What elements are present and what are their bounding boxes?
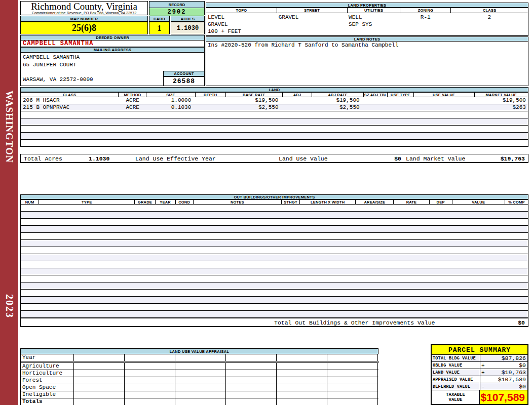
- district-label: WASHINGTON: [0, 80, 18, 174]
- lu-cell: [125, 363, 175, 370]
- utilities-value: WELL SEP SYS: [347, 13, 400, 35]
- lu-cell: [175, 377, 226, 384]
- col-notes: NOTES: [194, 199, 282, 205]
- ps-value: $87,826: [488, 355, 527, 361]
- land-table-title: LAND: [20, 87, 528, 92]
- col-value: VALUE: [452, 199, 505, 205]
- land-empty-row: [21, 133, 528, 140]
- col-base-rate: BASE RATE: [226, 92, 283, 97]
- col-market-value: MARKET VALUE: [475, 92, 528, 97]
- col-adj-rate: ADJ RATE: [312, 92, 364, 97]
- address-line-4: WARSAW, VA 22572-0000: [23, 76, 93, 83]
- ps-sign: -: [480, 384, 488, 390]
- col-size: SIZE: [146, 92, 195, 97]
- col-utilities: UTILITIES: [348, 8, 401, 13]
- taxable-value-label: TAXABLEVALUE: [432, 390, 480, 404]
- total-acres-value: 1.1030: [89, 155, 109, 162]
- parcel-summary: PARCEL SUMMARY TOTAL BLDG VALUE $87,826 …: [431, 344, 528, 405]
- card-label: CARD: [149, 16, 170, 22]
- col-adj: ADJ: [283, 92, 312, 97]
- lu-label: Forest: [21, 377, 74, 384]
- address-line-1: CAMPBELL SAMANTHA: [23, 54, 80, 60]
- ps-value: $107,589: [488, 376, 527, 383]
- lu-cell: [175, 398, 226, 405]
- lu-cell: [125, 370, 175, 377]
- lu-cell: [125, 384, 175, 391]
- land-market-value: $19,500: [474, 97, 528, 104]
- out-buildings-empty-row: [21, 212, 528, 219]
- land-market-value: $19,763: [501, 155, 525, 162]
- ps-sign: +: [480, 362, 488, 369]
- ps-row-appraised: APPRAISED VALUE $107,589: [432, 376, 527, 383]
- ps-sign: +: [480, 370, 488, 376]
- street-value: GRAVEL: [277, 13, 347, 35]
- effective-year-label: Land Use Effective Year: [135, 155, 216, 162]
- lu-row-open-space: Open Space: [21, 384, 378, 391]
- taxable-value: $107,589: [480, 390, 527, 404]
- lu-cell: [74, 370, 125, 377]
- land-use-value-label: Land Use Value: [279, 155, 328, 162]
- land-adj: [282, 97, 312, 104]
- col-length-width: LENGTH X WIDTH: [300, 199, 356, 205]
- col-method: METHOD: [119, 92, 146, 97]
- col-area-size: AREA/SIZE: [356, 199, 394, 205]
- out-buildings-empty-row: [21, 254, 528, 261]
- col-comp: % COMP: [505, 199, 528, 205]
- lu-cell: [327, 384, 378, 391]
- land-size: 0.1030: [146, 104, 195, 111]
- ps-value: $0: [488, 383, 527, 390]
- col-use-type: USE TYPE: [388, 92, 413, 97]
- land-use-appraisal-table: Year Agriculture Horticulture Forest Ope…: [20, 354, 378, 405]
- out-buildings-empty-row: [21, 282, 528, 290]
- out-buildings-empty-row: [21, 297, 528, 304]
- ps-label: TOTAL BLDG VALUE: [432, 355, 480, 361]
- lu-cell: [74, 354, 125, 361]
- map-number-value: 25(6)8: [20, 22, 148, 34]
- land-size: 1.0000: [146, 97, 195, 104]
- out-buildings-empty-row: [21, 304, 528, 311]
- lu-cell: [327, 370, 378, 377]
- land-market-value-label: Land Market Value: [406, 155, 465, 162]
- lu-cell: [277, 363, 327, 370]
- district-year-sidebar: WASHINGTON 2023: [0, 0, 18, 405]
- lu-cell: [226, 370, 277, 377]
- lu-cell: [327, 354, 378, 361]
- land-adj-rate: $19,500: [312, 97, 364, 104]
- lu-cell: [74, 391, 125, 398]
- tax-year-label: 2023: [0, 286, 18, 327]
- land-properties-values: LEVEL GRAVEL 100 + FEET GRAVEL WELL SEP …: [206, 13, 528, 36]
- out-buildings-empty-row: [21, 240, 528, 247]
- ps-row-total-bldg: TOTAL BLDG VALUE $87,826: [432, 355, 527, 362]
- lu-label: Open Space: [21, 384, 74, 391]
- out-buildings-empty-row: [21, 219, 528, 226]
- lu-row-horticulture: Horticulture: [21, 370, 378, 377]
- lu-cell: [277, 354, 327, 361]
- land-market-value: $263: [474, 104, 528, 111]
- ps-row-obldg: OBLDG VALUE + $0: [432, 362, 527, 369]
- lu-cell: [277, 377, 327, 384]
- land-properties-title: LAND PROPERTIES: [206, 3, 528, 8]
- commissioner-line: Commissioner of the Revenue, PO Box 366,…: [21, 11, 147, 15]
- lu-cell: [125, 398, 175, 405]
- lu-cell: [175, 384, 226, 391]
- lu-row-forest: Forest: [21, 377, 378, 384]
- out-buildings-title: OUT BUILDINGS/OTHER IMPROVEMENTS: [20, 194, 528, 199]
- out-buildings-empty-row: [21, 275, 528, 282]
- lu-cell: [277, 398, 327, 405]
- land-use-value: $0: [394, 155, 401, 162]
- out-buildings-empty-row: [21, 226, 528, 233]
- land-class: 206 M HSACR: [21, 97, 119, 104]
- ps-row-land-value: LAND VALUE + $19,763: [432, 369, 527, 376]
- land-use-value: [413, 97, 474, 104]
- col-depth: DEPTH: [196, 92, 226, 97]
- lu-label: Agriculture: [21, 363, 74, 370]
- lu-row-totals: Totals: [21, 398, 378, 405]
- lu-label: Ineligible: [21, 391, 74, 398]
- land-class: 215 B OPNPRVAC: [21, 104, 119, 111]
- lu-row-year: Year: [21, 354, 378, 361]
- lu-cell: [327, 363, 378, 370]
- land-empty-row: [21, 118, 528, 126]
- col-type: TYPE: [39, 199, 135, 205]
- land-method: ACRE: [119, 97, 146, 104]
- col-grade: GRADE: [135, 199, 155, 205]
